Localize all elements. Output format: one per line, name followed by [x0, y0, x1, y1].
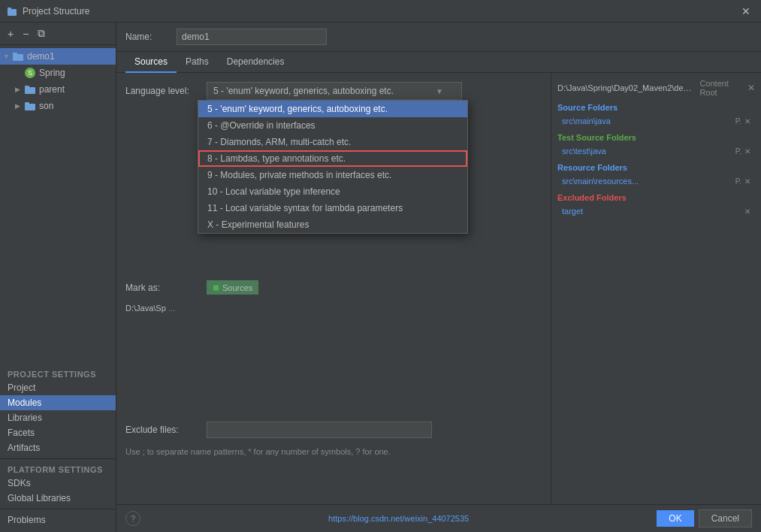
tree-label-demo1: demo1	[27, 51, 55, 62]
sidebar-item-project[interactable]: Project	[0, 380, 116, 395]
right-panel: Name: Sources Paths Dependencies Languag…	[116, 23, 761, 532]
name-input[interactable]	[177, 29, 327, 45]
test-folder-item-1: src\test\java P. ✕	[557, 145, 755, 157]
tree-item-parent[interactable]: ▶ parent	[0, 81, 116, 98]
bottom-bar: ? https://blog.csdn.net/weixin_44072535 …	[116, 504, 761, 532]
project-settings-title: Project Settings	[0, 367, 116, 380]
ok-button[interactable]: OK	[657, 510, 693, 527]
tree-arrow-demo1: ▼	[3, 53, 12, 60]
excluded-folder-path-1: target	[562, 207, 583, 216]
language-level-value: 5 - 'enum' keyword, generics, autoboxing…	[213, 86, 394, 96]
language-level-select-wrapper: 5 - 'enum' keyword, generics, autoboxing…	[207, 82, 462, 100]
spring-icon: S	[24, 67, 36, 79]
resource-folders-title: Resource Folders	[557, 163, 755, 172]
dropdown-item-11[interactable]: 11 - Local variable syntax for lambda pa…	[198, 200, 467, 216]
exclude-files-label: Exclude files:	[125, 425, 201, 435]
source-folder-item-1: src\main\java P. ✕	[557, 115, 755, 127]
mark-sources-icon: ◼	[213, 283, 219, 292]
source-folder-props-1[interactable]: P.	[735, 117, 741, 125]
tree-arrow-spring	[15, 69, 24, 77]
close-button[interactable]: ✕	[737, 4, 755, 19]
sidebar-item-artifacts[interactable]: Artifacts	[0, 440, 116, 455]
dropdown-item-6[interactable]: 6 - @Override in interfaces	[198, 117, 467, 134]
tabs-row: Sources Paths Dependencies	[116, 52, 761, 73]
tree-area: ▼ demo1 S Spring ▶ parent	[0, 45, 116, 362]
resource-folder-item-1: src\main\resources... P. ✕	[557, 175, 755, 187]
tree-label-son: son	[39, 101, 53, 111]
tree-label-parent: parent	[39, 84, 65, 95]
sidebar-item-facets[interactable]: Facets	[0, 425, 116, 440]
folder-icon-parent	[24, 83, 36, 95]
resource-folder-icons-1: P. ✕	[735, 177, 750, 186]
folders-area: D:\Java\Spring\Day02_Maven2\demo1 Conten…	[551, 73, 761, 504]
mark-as-label: Mark as:	[125, 283, 201, 293]
left-panel: + − ⧉ ▼ demo1 S Spring	[0, 23, 116, 532]
tab-paths[interactable]: Paths	[177, 52, 218, 73]
sidebar-item-problems[interactable]: Problems	[0, 512, 116, 527]
tree-path-text: D:\Java\Sp	[125, 304, 166, 313]
excluded-folder-remove-1[interactable]: ✕	[744, 207, 750, 216]
tab-dependencies[interactable]: Dependencies	[218, 52, 294, 73]
test-folder-props-1[interactable]: P.	[735, 147, 741, 156]
platform-settings-title: Platform Settings	[0, 462, 116, 476]
toolbar: + − ⧉	[0, 23, 116, 45]
tree-item-son[interactable]: ▶ son	[0, 98, 116, 114]
resource-folder-props-1[interactable]: P.	[735, 177, 741, 186]
mark-sources-label: Sources	[222, 283, 252, 292]
dropdown-item-9[interactable]: 9 - Modules, private methods in interfac…	[198, 167, 467, 183]
cancel-button[interactable]: Cancel	[699, 509, 752, 527]
resource-folder-remove-1[interactable]: ✕	[744, 177, 750, 186]
test-folder-icons-1: P. ✕	[735, 147, 750, 156]
mark-sources-button[interactable]: ◼ Sources	[207, 280, 258, 295]
tree-item-demo1[interactable]: ▼ demo1	[0, 48, 116, 65]
test-folder-remove-1[interactable]: ✕	[744, 147, 750, 156]
tree-path-ellipsis: ...	[168, 304, 175, 313]
main-container: + − ⧉ ▼ demo1 S Spring	[0, 23, 761, 532]
dropdown-item-10[interactable]: 10 - Local variable type inference	[198, 183, 467, 200]
sidebar-item-modules[interactable]: Modules	[0, 395, 116, 410]
remove-button[interactable]: −	[20, 26, 32, 41]
divider-1	[0, 458, 116, 459]
add-button[interactable]: +	[5, 26, 17, 41]
excluded-folders-title: Excluded Folders	[557, 193, 755, 202]
svg-rect-1	[8, 8, 11, 11]
url-bar: https://blog.csdn.net/weixin_44072535	[328, 514, 469, 523]
source-folder-remove-1[interactable]: ✕	[744, 117, 750, 125]
tree-arrow-parent: ▶	[15, 86, 24, 93]
language-level-dropdown: 5 - 'enum' keyword, generics, autoboxing…	[198, 100, 468, 234]
content-root-close[interactable]: ✕	[747, 83, 755, 93]
dropdown-item-7[interactable]: 7 - Diamonds, ARM, multi-catch etc.	[198, 134, 467, 150]
excluded-folder-item-1: target ✕	[557, 205, 755, 217]
language-level-select[interactable]: 5 - 'enum' keyword, generics, autoboxing…	[207, 82, 462, 100]
name-row: Name:	[116, 23, 761, 52]
select-arrow-icon: ▼	[436, 87, 443, 95]
exclude-files-input[interactable]	[207, 422, 432, 438]
dropdown-item-5[interactable]: 5 - 'enum' keyword, generics, autoboxing…	[198, 101, 467, 117]
name-label: Name:	[125, 32, 171, 42]
source-folder-path-1: src\main\java	[562, 116, 611, 125]
divider-2	[0, 509, 116, 509]
sidebar-item-sdks[interactable]: SDKs	[0, 476, 116, 491]
sidebar-item-global-libraries[interactable]: Global Libraries	[0, 491, 116, 506]
help-button[interactable]: ?	[125, 511, 140, 526]
source-folder-icons-1: P. ✕	[735, 117, 750, 125]
title-bar-title: Project Structure	[23, 6, 737, 17]
language-level-label: Language level:	[125, 86, 201, 96]
content-root-label: Content Root	[699, 79, 747, 97]
content-area: Language level: 5 - 'enum' keyword, gene…	[116, 73, 761, 504]
settings-nav: Project Settings Project Modules Librari…	[0, 362, 116, 532]
folder-icon-demo1	[12, 50, 24, 62]
copy-button[interactable]: ⧉	[35, 26, 48, 41]
hint-text: Use ; to separate name patterns, * for a…	[125, 444, 432, 459]
dropdown-item-X[interactable]: X - Experimental features	[198, 216, 467, 233]
dropdown-item-8[interactable]: 8 - Lambdas, type annotations etc.	[198, 150, 467, 167]
excluded-folder-icons-1: ✕	[744, 207, 750, 216]
title-bar-icon	[6, 5, 18, 17]
tab-sources[interactable]: Sources	[125, 52, 177, 73]
folder-icon-son	[24, 100, 36, 112]
tree-item-spring[interactable]: S Spring	[0, 65, 116, 81]
sidebar-item-libraries[interactable]: Libraries	[0, 410, 116, 425]
resource-folder-path-1: src\main\resources...	[562, 177, 639, 186]
bottom-right-buttons: OK Cancel	[657, 509, 752, 527]
tree-label-spring: Spring	[39, 68, 65, 78]
